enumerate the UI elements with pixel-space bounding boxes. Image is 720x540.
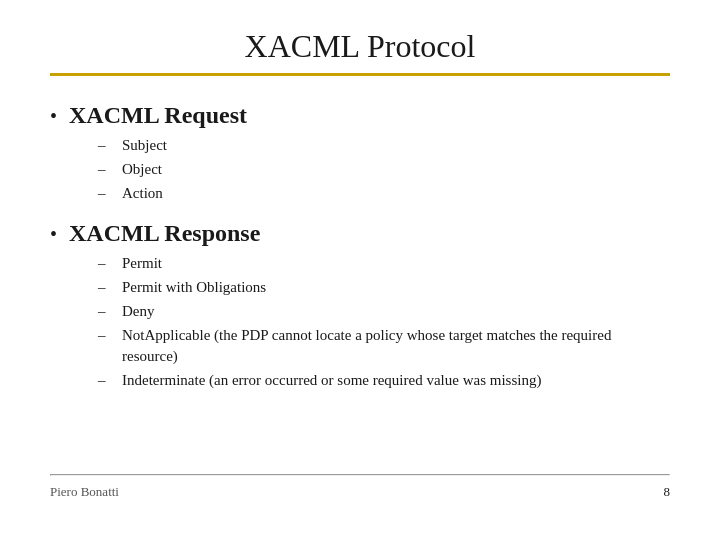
request-item-object: Object [122, 159, 162, 180]
dash-icon: – [98, 327, 112, 344]
list-item: – Indeterminate (an error occurred or so… [98, 370, 670, 391]
bullet-response: • XACML Response [50, 220, 670, 247]
response-item-permit: Permit [122, 253, 162, 274]
section-request: • XACML Request – Subject – Object – Act… [50, 102, 670, 204]
list-item: – Object [98, 159, 670, 180]
slide-title: XACML Protocol [50, 28, 670, 65]
list-item: – Permit [98, 253, 670, 274]
request-item-subject: Subject [122, 135, 167, 156]
bullet-request: • XACML Request [50, 102, 670, 129]
dash-icon: – [98, 137, 112, 154]
list-item: – Deny [98, 301, 670, 322]
dash-icon: – [98, 303, 112, 320]
dash-icon: – [98, 372, 112, 389]
dash-icon: – [98, 279, 112, 296]
response-item-deny: Deny [122, 301, 155, 322]
footer-rule [50, 474, 670, 476]
dash-icon: – [98, 255, 112, 272]
request-sub-list: – Subject – Object – Action [98, 135, 670, 204]
response-item-permit-obligations: Permit with Obligations [122, 277, 266, 298]
dash-icon: – [98, 161, 112, 178]
list-item: – Permit with Obligations [98, 277, 670, 298]
title-area: XACML Protocol [50, 0, 670, 86]
footer: Piero Bonatti 8 [50, 484, 670, 500]
request-heading: XACML Request [69, 102, 247, 129]
content-area: • XACML Request – Subject – Object – Act… [50, 86, 670, 474]
response-heading: XACML Response [69, 220, 260, 247]
section-response: • XACML Response – Permit – Permit with … [50, 220, 670, 391]
bullet-dot: • [50, 105, 57, 128]
title-rule [50, 73, 670, 76]
bullet-dot: • [50, 223, 57, 246]
list-item: – NotApplicable (the PDP cannot locate a… [98, 325, 670, 367]
dash-icon: – [98, 185, 112, 202]
page-number: 8 [664, 484, 671, 500]
slide: XACML Protocol • XACML Request – Subject… [0, 0, 720, 540]
request-item-action: Action [122, 183, 163, 204]
list-item: – Subject [98, 135, 670, 156]
author-name: Piero Bonatti [50, 484, 119, 500]
response-item-indeterminate: Indeterminate (an error occurred or some… [122, 370, 541, 391]
response-sub-list: – Permit – Permit with Obligations – Den… [98, 253, 670, 391]
list-item: – Action [98, 183, 670, 204]
response-item-notapplicable: NotApplicable (the PDP cannot locate a p… [122, 325, 670, 367]
